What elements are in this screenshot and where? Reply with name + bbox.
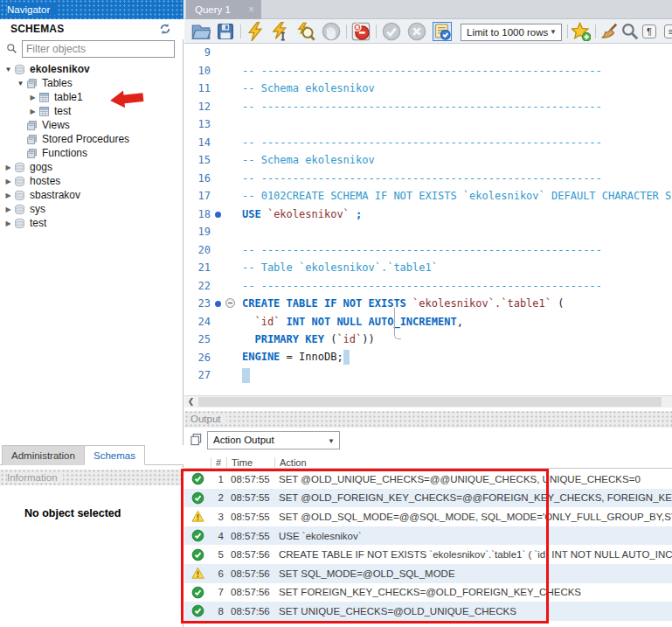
commit-button[interactable] (382, 22, 401, 41)
limit-rows-dropdown[interactable]: Limit to 1000 rows ▼ (461, 24, 562, 41)
sidebar-item-views[interactable]: Views (0, 118, 184, 132)
line-number: 14 (184, 136, 211, 149)
sidebar-item-tables[interactable]: ▼Tables (0, 76, 184, 90)
table-icon (38, 92, 51, 103)
schema-icon (13, 204, 26, 215)
close-icon[interactable]: × (248, 0, 254, 19)
sidebar-item-hostes[interactable]: ▶hostes (0, 174, 184, 188)
expander-right-icon[interactable]: ▶ (3, 178, 13, 185)
expander-right-icon[interactable]: ▶ (3, 164, 13, 171)
navigator-titlebar: Navigator (0, 0, 184, 19)
code-fold-icon[interactable] (225, 298, 235, 308)
output-row-8[interactable]: 808:57:56SET UNIQUE_CHECKS=@OLD_UNIQUE_C… (184, 602, 672, 621)
code-text: -- Table `ekolesnikov`.`table1` (242, 261, 438, 274)
editor-line-17[interactable]: 17-- 0102CREATE SCHEMA IF NOT EXISTS `ek… (184, 187, 672, 206)
editor-line-25[interactable]: 25 PRIMARY KEY (`id`)) (184, 331, 672, 349)
save-snippet-button[interactable] (572, 22, 591, 41)
row-action: SET SQL_MODE=@OLD_SQL_MODE (274, 568, 672, 579)
line-number: 13 (184, 118, 211, 130)
editor-line-27[interactable]: 27 (184, 366, 672, 385)
tab-administration[interactable]: Administration (2, 445, 85, 465)
editor-line-15[interactable]: 15-- Schema ekolesnikov (184, 151, 672, 170)
wrap-text-toggle[interactable]: ≡ (662, 22, 672, 41)
execute-current-button[interactable] (271, 22, 290, 41)
editor-line-21[interactable]: 21-- Table `ekolesnikov`.`table1` (184, 259, 672, 277)
expander-right-icon[interactable]: ▶ (3, 206, 13, 213)
expander-down-icon[interactable]: ▼ (16, 80, 25, 87)
sidebar-item-ekolesnikov[interactable]: ▼ekolesnikov (0, 62, 184, 76)
editor-line-22[interactable]: 22-- -----------------------------------… (184, 277, 672, 296)
editor-line-20[interactable]: 20-- -----------------------------------… (184, 241, 672, 260)
sidebar-item-test[interactable]: ▶test (0, 104, 184, 118)
stop-button[interactable] (322, 22, 341, 41)
editor-line-19[interactable]: 19 (184, 223, 672, 241)
execute-button[interactable] (246, 22, 265, 41)
column-header-action: Action (274, 457, 672, 468)
editor-line-18[interactable]: 18USE `ekolesnikov` ; (184, 206, 672, 224)
find-button[interactable] (620, 22, 640, 41)
explain-button[interactable] (296, 22, 315, 41)
editor-line-12[interactable]: 12-- -----------------------------------… (184, 98, 672, 116)
expander-right-icon[interactable]: ▶ (3, 192, 13, 199)
filter-input[interactable] (22, 40, 175, 58)
output-title: Output (191, 414, 226, 424)
row-time: 08:57:56 (226, 587, 274, 597)
tree-item-label: sbastrakov (30, 189, 80, 201)
output-row-6[interactable]: 608:57:56SET SQL_MODE=@OLD_SQL_MODE (184, 564, 672, 583)
expander-down-icon[interactable]: ▼ (3, 66, 13, 73)
scrollbar-thumb[interactable] (198, 397, 662, 407)
expander-right-icon[interactable]: ▶ (28, 94, 38, 101)
refresh-icon[interactable] (159, 23, 171, 35)
editor-line-26[interactable]: 26ENGINE = InnoDB; (184, 349, 672, 367)
output-row-5[interactable]: 508:57:56CREATE TABLE IF NOT EXISTS `eko… (184, 545, 672, 564)
warning-icon (191, 567, 204, 580)
editor-line-13[interactable]: 13 (184, 115, 672, 134)
editor-line-10[interactable]: 10-- -----------------------------------… (184, 62, 672, 80)
tab-query-1[interactable]: Query 1 × (186, 0, 261, 19)
tree-item-label: hostes (30, 175, 60, 187)
output-row-7[interactable]: 708:57:56SET FOREIGN_KEY_CHECKS=@OLD_FOR… (184, 583, 672, 603)
editor-horizontal-scrollbar[interactable]: ❮ (184, 395, 672, 408)
sidebar-item-table1[interactable]: ▶table1 (0, 90, 184, 104)
expander-right-icon[interactable]: ▶ (3, 219, 13, 227)
stop-on-error-toggle[interactable] (351, 22, 371, 41)
save-button[interactable] (216, 22, 235, 41)
sidebar-item-stored-procedures[interactable]: Stored Procedures (0, 132, 184, 146)
line-number: 23 (184, 297, 211, 310)
statement-marker-dot (215, 212, 221, 218)
row-index: 8 (211, 606, 226, 617)
code-text: PRIMARY KEY (`id`)) (242, 333, 375, 345)
sidebar-item-test[interactable]: ▶test (0, 216, 184, 230)
sidebar-item-sys[interactable]: ▶sys (0, 202, 184, 216)
output-pages-icon (190, 433, 203, 446)
editor-line-24[interactable]: 24 `id` INT NOT NULL AUTO_INCREMENT, (184, 313, 672, 331)
line-number: 10 (184, 65, 211, 77)
editor-line-14[interactable]: 14-- -----------------------------------… (184, 134, 672, 152)
rollback-button[interactable] (407, 22, 426, 41)
editor-line-11[interactable]: 11-- Schema ekolesnikov (184, 80, 672, 98)
sidebar-item-sbastrakov[interactable]: ▶sbastrakov (0, 188, 184, 202)
output-type-dropdown[interactable]: Action Output ▼ (207, 431, 340, 449)
output-row-1[interactable]: 108:57:55SET @OLD_UNIQUE_CHECKS=@@UNIQUE… (184, 470, 672, 489)
line-number: 20 (184, 244, 211, 256)
output-row-3[interactable]: 308:57:55SET @OLD_SQL_MODE=@@SQL_MODE, S… (184, 507, 672, 526)
editor-line-9[interactable]: 9 (184, 44, 672, 62)
mysql-workbench-window: Navigator SCHEMAS ▼ekolesnikov▼Tables▶ta… (0, 0, 672, 627)
sidebar-item-functions[interactable]: Functions (0, 146, 184, 160)
output-row-2[interactable]: 208:57:55SET @OLD_FOREIGN_KEY_CHECKS=@@F… (184, 489, 672, 508)
output-row-4[interactable]: 408:57:55USE `ekolesnikov` (184, 526, 672, 546)
editor-line-23[interactable]: 23CREATE TABLE IF NOT EXISTS `ekolesniko… (184, 295, 672, 313)
beautify-button[interactable] (599, 22, 619, 41)
autocommit-toggle[interactable] (433, 22, 452, 41)
tab-schemas[interactable]: Schemas (84, 445, 145, 465)
sql-editor[interactable]: 910-- ----------------------------------… (184, 44, 672, 395)
sidebar-item-gogs[interactable]: ▶gogs (0, 160, 184, 174)
scroll-left-icon[interactable]: ❮ (184, 396, 197, 408)
row-action: SET @OLD_SQL_MODE=@@SQL_MODE, SQL_MODE='… (274, 512, 672, 522)
show-invisibles-toggle[interactable]: ¶ (640, 22, 659, 41)
expander-right-icon[interactable]: ▶ (28, 108, 38, 115)
open-file-button[interactable] (191, 22, 211, 41)
editor-line-16[interactable]: 16-- -----------------------------------… (184, 170, 672, 188)
code-text: -- -------------------------------------… (242, 172, 602, 185)
line-number: 17 (184, 190, 211, 202)
